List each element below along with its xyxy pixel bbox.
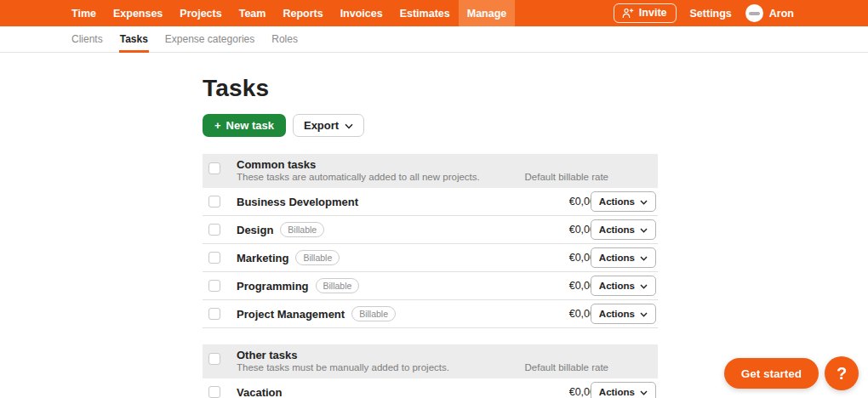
- actions-dropdown-button[interactable]: Actions: [591, 247, 656, 268]
- nav-item-expenses[interactable]: Expenses: [105, 0, 171, 26]
- nav-item-time[interactable]: Time: [63, 0, 105, 26]
- subnav-item-expense-categories[interactable]: Expense categories: [157, 26, 263, 52]
- table-row: Vacation €0,00 Actions: [203, 378, 658, 398]
- actions-label: Actions: [599, 225, 635, 235]
- actions-dropdown-button[interactable]: Actions: [591, 276, 656, 296]
- subnav-item-tasks[interactable]: Tasks: [111, 26, 157, 52]
- manage-subnav: Clients Tasks Expense categories Roles: [0, 26, 868, 53]
- settings-link[interactable]: Settings: [690, 8, 732, 20]
- billable-badge: Billable: [280, 222, 324, 237]
- actions-dropdown-button[interactable]: Actions: [591, 382, 656, 398]
- task-name: Design: [237, 224, 273, 236]
- person-plus-icon: [622, 8, 634, 19]
- export-button[interactable]: Export: [293, 114, 364, 137]
- row-checkbox[interactable]: [208, 386, 220, 398]
- actions-label: Actions: [599, 387, 635, 397]
- section-subtitle: These tasks must be manually added to pr…: [237, 362, 449, 373]
- table-row: Design Billable €0,00 Actions: [203, 216, 658, 244]
- user-name: Aron: [769, 8, 794, 20]
- task-name: Marketing: [237, 252, 288, 264]
- task-name: Vacation: [237, 386, 282, 398]
- rate-column-header: Default billable rate: [525, 362, 608, 372]
- subnav-item-clients[interactable]: Clients: [63, 26, 111, 52]
- section-other-tasks: Other tasks These tasks must be manually…: [203, 344, 658, 398]
- chevron-down-icon: [640, 309, 648, 319]
- task-name: Project Management: [237, 308, 345, 321]
- chevron-down-icon: [640, 281, 648, 291]
- nav-item-estimates[interactable]: Estimates: [391, 0, 459, 26]
- help-button[interactable]: ?: [825, 356, 859, 390]
- chevron-down-icon: [640, 387, 648, 397]
- rate-column-header: Default billable rate: [525, 172, 608, 182]
- top-navigation-bar: Time Expenses Projects Team Reports Invo…: [0, 0, 868, 26]
- task-name: Programming: [237, 280, 309, 293]
- actions-label: Actions: [599, 281, 635, 291]
- topbar-right-group: Invite Settings Aron: [614, 0, 868, 26]
- table-row: Project Management Billable €0,00 Action…: [203, 300, 658, 328]
- row-checkbox[interactable]: [208, 308, 220, 320]
- section-header: Other tasks These tasks must be manually…: [203, 344, 658, 378]
- nav-item-team[interactable]: Team: [231, 0, 275, 26]
- new-task-label: New task: [226, 119, 274, 132]
- chevron-down-icon: [640, 225, 648, 235]
- select-all-other-checkbox[interactable]: [208, 353, 220, 365]
- main-content: Tasks + New task Export Common tasks The…: [0, 75, 660, 398]
- section-subtitle: These tasks are automatically added to a…: [237, 172, 480, 183]
- table-row: Marketing Billable €0,00 Actions: [203, 244, 658, 272]
- task-name: Business Development: [237, 196, 358, 208]
- toolbar: + New task Export: [203, 114, 660, 137]
- avatar: [745, 4, 763, 22]
- tasks-table: Common tasks These tasks are automatical…: [203, 154, 658, 398]
- actions-label: Actions: [599, 196, 635, 207]
- chevron-down-icon: [640, 196, 648, 207]
- nav-item-projects[interactable]: Projects: [171, 0, 230, 26]
- table-row: Programming Billable €0,00 Actions: [203, 272, 658, 300]
- section-header: Common tasks These tasks are automatical…: [203, 154, 658, 188]
- billable-badge: Billable: [295, 250, 340, 265]
- row-checkbox[interactable]: [208, 252, 220, 264]
- chevron-down-icon: [640, 253, 648, 263]
- section-title: Common tasks: [237, 158, 480, 172]
- plus-icon: +: [214, 119, 221, 132]
- actions-dropdown-button[interactable]: Actions: [591, 191, 656, 212]
- section-title: Other tasks: [237, 349, 449, 362]
- billable-badge: Billable: [316, 278, 360, 293]
- new-task-button[interactable]: + New task: [203, 114, 286, 137]
- row-checkbox[interactable]: [208, 196, 220, 208]
- invite-button[interactable]: Invite: [614, 3, 677, 23]
- page-title: Tasks: [203, 75, 660, 102]
- row-checkbox[interactable]: [208, 280, 220, 292]
- actions-label: Actions: [599, 253, 635, 263]
- export-label: Export: [304, 119, 339, 132]
- actions-dropdown-button[interactable]: Actions: [591, 304, 656, 324]
- invite-label: Invite: [639, 7, 667, 19]
- get-started-button[interactable]: Get started: [724, 358, 819, 389]
- section-titles: Common tasks These tasks are automatical…: [237, 158, 480, 183]
- actions-dropdown-button[interactable]: Actions: [591, 219, 656, 240]
- table-row: Business Development €0,00 Actions: [203, 188, 658, 216]
- nav-item-reports[interactable]: Reports: [274, 0, 331, 26]
- billable-badge: Billable: [351, 306, 396, 321]
- user-menu[interactable]: Aron: [745, 4, 794, 22]
- select-all-common-checkbox[interactable]: [208, 162, 220, 174]
- actions-label: Actions: [599, 309, 635, 319]
- nav-item-invoices[interactable]: Invoices: [332, 0, 391, 26]
- section-titles: Other tasks These tasks must be manually…: [237, 349, 449, 373]
- subnav-item-roles[interactable]: Roles: [263, 26, 306, 52]
- nav-item-manage[interactable]: Manage: [459, 0, 516, 26]
- main-nav: Time Expenses Projects Team Reports Invo…: [63, 0, 515, 26]
- chevron-down-icon: [345, 119, 353, 132]
- row-checkbox[interactable]: [208, 224, 220, 236]
- section-common-tasks: Common tasks These tasks are automatical…: [203, 154, 658, 328]
